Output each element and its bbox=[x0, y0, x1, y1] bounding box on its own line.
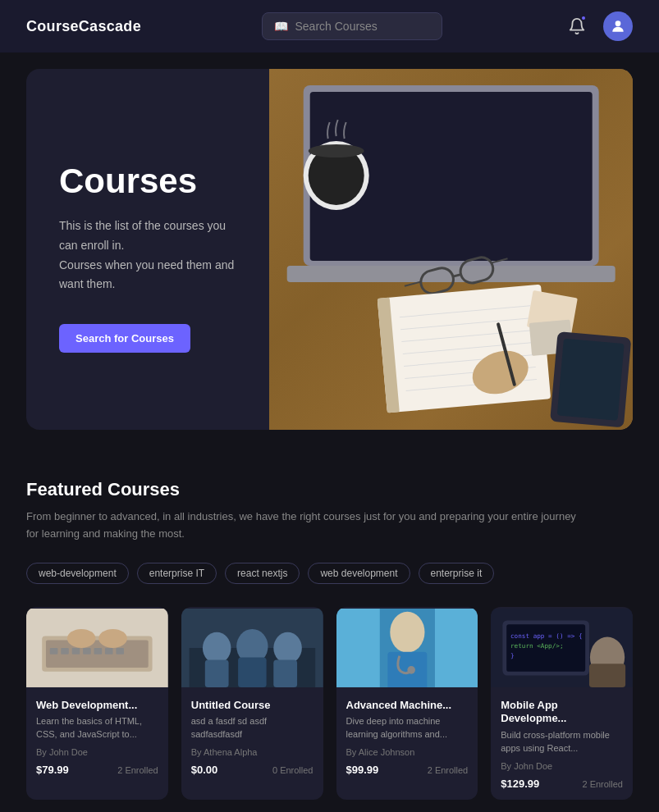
svg-point-51 bbox=[390, 611, 424, 652]
svg-rect-61 bbox=[589, 664, 625, 687]
hero-title: Courses bbox=[59, 162, 236, 200]
card-body: Advanced Machine... Dive deep into machi… bbox=[336, 689, 478, 787]
courses-grid: Web Development... Learn the basics of H… bbox=[26, 607, 633, 801]
course-title: Advanced Machine... bbox=[346, 699, 469, 713]
course-card[interactable]: Web Development... Learn the basics of H… bbox=[26, 607, 168, 801]
search-for-courses-button[interactable]: Search for Courses bbox=[59, 324, 190, 353]
course-enrolled: 2 Enrolled bbox=[117, 765, 158, 775]
card-body: Untitled Course asd a fasdf sd asdf sadf… bbox=[181, 689, 323, 787]
navbar: CourseCascade 📖 Search Courses bbox=[0, 0, 659, 52]
svg-point-39 bbox=[67, 629, 96, 648]
course-title: Web Development... bbox=[36, 699, 158, 713]
svg-rect-47 bbox=[238, 657, 267, 687]
search-placeholder: Search Courses bbox=[295, 20, 377, 33]
course-subtitle: Build cross-platform mobile apps using R… bbox=[501, 729, 623, 755]
search-bar[interactable]: 📖 Search Courses bbox=[262, 12, 442, 40]
svg-point-53 bbox=[407, 666, 415, 674]
course-tag[interactable]: react nextjs bbox=[225, 563, 300, 584]
hero-background-image bbox=[269, 69, 633, 430]
course-subtitle: Learn the basics of HTML, CSS, and JavaS… bbox=[36, 715, 158, 741]
svg-rect-34 bbox=[72, 648, 80, 655]
course-author: By Athena Alpha bbox=[191, 747, 313, 757]
svg-text:}: } bbox=[510, 651, 515, 659]
course-thumbnail bbox=[26, 607, 168, 689]
course-author: By John Doe bbox=[501, 761, 623, 771]
svg-rect-48 bbox=[273, 659, 297, 687]
svg-rect-36 bbox=[94, 648, 103, 655]
svg-text:const app = () => {: const app = () => { bbox=[510, 632, 583, 640]
course-author: By John Doe bbox=[36, 747, 158, 757]
course-author: By Alice Johnson bbox=[346, 747, 469, 757]
card-footer: $129.99 2 Enrolled bbox=[501, 778, 623, 790]
card-body: Web Development... Learn the basics of H… bbox=[26, 689, 168, 787]
notifications-button[interactable] bbox=[564, 13, 590, 39]
course-enrolled: 0 Enrolled bbox=[272, 765, 313, 775]
hero-section: Courses This is the list of the courses … bbox=[26, 69, 633, 430]
course-tag[interactable]: enterprise IT bbox=[137, 563, 217, 584]
card-body: Mobile App Developme... Build cross-plat… bbox=[491, 689, 633, 801]
svg-rect-32 bbox=[50, 648, 58, 655]
course-price: $0.00 bbox=[191, 764, 218, 776]
svg-rect-52 bbox=[387, 651, 427, 687]
course-thumbnail bbox=[336, 607, 478, 689]
svg-point-40 bbox=[98, 629, 127, 648]
svg-rect-33 bbox=[61, 648, 69, 655]
svg-point-43 bbox=[203, 632, 231, 663]
course-price: $79.99 bbox=[36, 764, 69, 776]
svg-rect-37 bbox=[105, 648, 113, 655]
hero-content: Courses This is the list of the courses … bbox=[26, 69, 269, 430]
svg-point-45 bbox=[273, 632, 302, 663]
svg-point-0 bbox=[616, 21, 621, 26]
course-tag[interactable]: web development bbox=[308, 563, 410, 584]
course-tag[interactable]: web-development bbox=[26, 563, 129, 584]
course-card[interactable]: Advanced Machine... Dive deep into machi… bbox=[336, 607, 478, 801]
course-subtitle: asd a fasdf sd asdf sadfasdfasdf bbox=[191, 715, 313, 741]
search-book-icon: 📖 bbox=[274, 20, 288, 33]
navbar-actions bbox=[564, 11, 633, 41]
course-thumbnail bbox=[181, 607, 323, 689]
svg-text:return <App/>;: return <App/>; bbox=[510, 642, 564, 650]
svg-rect-46 bbox=[205, 659, 229, 687]
hero-description: This is the list of the courses you can … bbox=[59, 217, 236, 294]
course-price: $129.99 bbox=[501, 778, 539, 790]
card-footer: $99.99 2 Enrolled bbox=[346, 764, 469, 776]
featured-title: Featured Courses bbox=[26, 479, 633, 500]
avatar[interactable] bbox=[603, 11, 633, 41]
svg-rect-38 bbox=[116, 648, 124, 655]
svg-point-8 bbox=[308, 144, 364, 157]
course-tags: web-developmententerprise ITreact nextjs… bbox=[26, 563, 633, 584]
course-subtitle: Dive deep into machine learning algorith… bbox=[346, 715, 469, 741]
card-footer: $0.00 0 Enrolled bbox=[191, 764, 313, 776]
course-enrolled: 2 Enrolled bbox=[582, 779, 623, 789]
course-title: Untitled Course bbox=[191, 699, 313, 713]
course-title: Mobile App Developme... bbox=[501, 699, 623, 727]
hero-image bbox=[269, 69, 633, 430]
course-price: $99.99 bbox=[346, 764, 379, 776]
notification-badge bbox=[580, 15, 587, 21]
app-logo: CourseCascade bbox=[26, 18, 141, 35]
featured-section: Featured Courses From beginner to advanc… bbox=[0, 446, 659, 812]
card-footer: $79.99 2 Enrolled bbox=[36, 764, 158, 776]
svg-rect-28 bbox=[556, 339, 624, 421]
svg-rect-35 bbox=[83, 648, 91, 655]
course-thumbnail: const app = () => { return <App/>; } bbox=[491, 607, 633, 689]
course-enrolled: 2 Enrolled bbox=[428, 765, 469, 775]
course-card[interactable]: const app = () => { return <App/>; } Mob… bbox=[491, 607, 633, 801]
featured-description: From beginner to advanced, in all indust… bbox=[26, 509, 584, 543]
course-card[interactable]: Untitled Course asd a fasdf sd asdf sadf… bbox=[181, 607, 323, 801]
course-tag[interactable]: enterprise it bbox=[419, 563, 495, 584]
